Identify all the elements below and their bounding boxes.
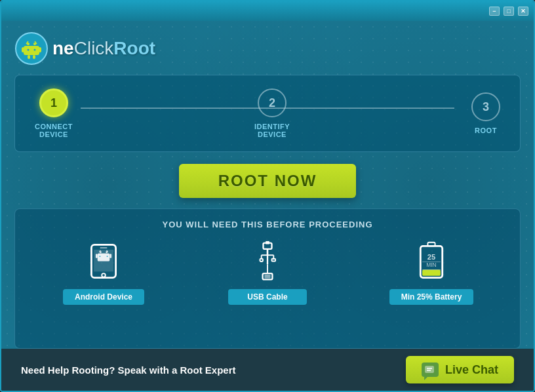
svg-point-32 bbox=[260, 258, 263, 262]
svg-rect-11 bbox=[33, 55, 35, 59]
usb-cable-icon bbox=[251, 240, 284, 283]
svg-rect-24 bbox=[100, 247, 107, 248]
logo-icon bbox=[14, 31, 49, 66]
close-button[interactable]: ✕ bbox=[518, 7, 528, 16]
svg-rect-27 bbox=[268, 241, 269, 245]
svg-point-6 bbox=[28, 49, 30, 51]
android-device-label: Android Device bbox=[63, 289, 144, 305]
req-usb-cable: USB Cable bbox=[192, 240, 343, 305]
svg-rect-45 bbox=[425, 366, 434, 373]
svg-text:MIN: MIN bbox=[426, 262, 436, 268]
svg-rect-21 bbox=[96, 254, 98, 258]
requirements-items: Android Device bbox=[28, 240, 507, 305]
app-window: − □ ✕ bbox=[0, 0, 535, 392]
maximize-button[interactable]: □ bbox=[504, 7, 514, 16]
chat-icon-svg bbox=[425, 366, 435, 374]
root-now-button[interactable]: ROOT NOW bbox=[179, 164, 357, 198]
minimize-button[interactable]: − bbox=[489, 7, 500, 16]
live-chat-button[interactable]: Live Chat bbox=[406, 356, 514, 383]
logo: neClickRoot bbox=[14, 31, 155, 66]
step-1-circle: 1 bbox=[39, 88, 68, 117]
step-2-label: IDENTIFYDEVICE bbox=[254, 123, 290, 138]
battery-icon: 25 MIN bbox=[414, 240, 448, 283]
logo-text: neClickRoot bbox=[52, 38, 155, 59]
svg-text:25: 25 bbox=[427, 253, 435, 261]
svg-rect-37 bbox=[264, 275, 270, 279]
live-chat-label: Live Chat bbox=[445, 363, 498, 377]
android-device-icon bbox=[84, 240, 123, 283]
header: neClickRoot bbox=[14, 31, 521, 66]
step-1-label: CONNECTDEVICE bbox=[35, 123, 73, 138]
battery-label: Min 25% Battery bbox=[389, 289, 474, 305]
window-controls: − □ ✕ bbox=[489, 7, 528, 16]
svg-point-7 bbox=[34, 49, 36, 51]
svg-rect-40 bbox=[422, 270, 441, 276]
title-bar: − □ ✕ bbox=[1, 1, 534, 21]
svg-rect-14 bbox=[98, 253, 110, 261]
step-1: 1 CONNECTDEVICE bbox=[35, 88, 73, 138]
requirements-panel: YOU WILL NEED THIS BEFORE PROCEEDING bbox=[14, 208, 521, 349]
step-3: 3 ROOT bbox=[471, 92, 500, 134]
svg-rect-8 bbox=[22, 47, 24, 52]
main-content: neClickRoot 1 CONNECTDEVICE 2 IDENTIFYDE… bbox=[1, 21, 534, 349]
req-battery: 25 MIN Min 25% Battery bbox=[356, 240, 507, 305]
step-2-circle: 2 bbox=[258, 88, 287, 117]
step-2: 2 IDENTIFYDEVICE bbox=[254, 88, 290, 138]
svg-rect-22 bbox=[109, 254, 111, 258]
svg-point-23 bbox=[102, 273, 106, 277]
req-android-device: Android Device bbox=[28, 240, 179, 305]
help-text: Need Help Rooting? Speak with a Root Exp… bbox=[21, 364, 236, 376]
requirements-title: YOU WILL NEED THIS BEFORE PROCEEDING bbox=[28, 220, 507, 229]
chat-bubble-icon bbox=[422, 363, 439, 377]
svg-point-19 bbox=[100, 256, 101, 257]
step-3-label: ROOT bbox=[475, 127, 497, 134]
svg-rect-9 bbox=[39, 47, 41, 52]
svg-rect-10 bbox=[28, 55, 30, 59]
steps-panel: 1 CONNECTDEVICE 2 IDENTIFYDEVICE 3 ROOT bbox=[14, 75, 521, 152]
svg-rect-33 bbox=[272, 259, 276, 262]
step-3-circle: 3 bbox=[471, 92, 500, 121]
svg-point-20 bbox=[107, 256, 108, 257]
svg-rect-26 bbox=[266, 241, 268, 245]
svg-rect-1 bbox=[24, 46, 39, 55]
usb-cable-label: USB Cable bbox=[228, 289, 307, 305]
bottom-bar: Need Help Rooting? Speak with a Root Exp… bbox=[1, 349, 534, 391]
